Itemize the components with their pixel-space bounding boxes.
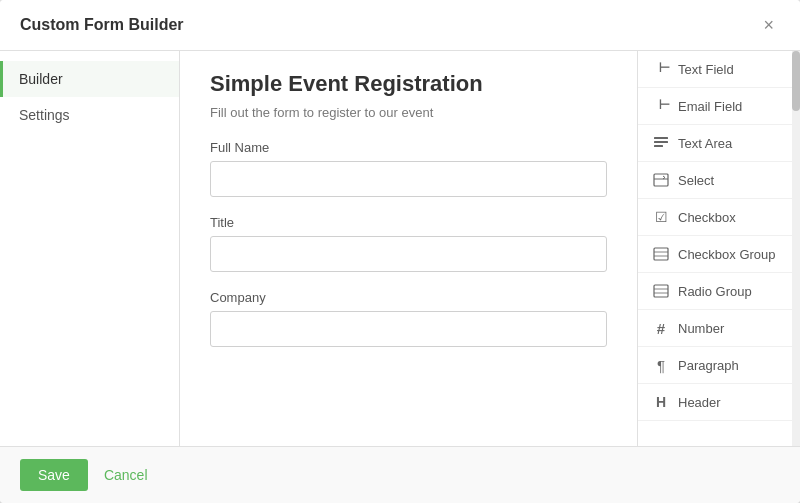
label-title: Title [210,215,607,230]
label-fullname: Full Name [210,140,607,155]
main-content: Simple Event Registration Fill out the f… [180,51,637,446]
widget-text-area[interactable]: Text Area [638,125,792,162]
sidebar: Builder Settings [0,51,180,446]
field-group-title: Title [210,215,607,272]
radio-group-icon [652,282,670,300]
svg-rect-3 [654,174,668,186]
sidebar-item-settings[interactable]: Settings [0,97,179,133]
svg-rect-2 [654,145,663,147]
text-area-icon [652,134,670,152]
widget-radio-group[interactable]: Radio Group [638,273,792,310]
widget-header-label: Header [678,395,721,410]
widget-number[interactable]: # Number [638,310,792,347]
checkbox-group-icon [652,245,670,263]
widget-panel: ⊣ Text Field ⊣ Email Field Text Area [637,51,792,446]
sidebar-item-builder[interactable]: Builder [0,61,179,97]
cancel-button[interactable]: Cancel [100,459,152,491]
widget-radio-group-label: Radio Group [678,284,752,299]
widget-select[interactable]: Select [638,162,792,199]
widget-number-label: Number [678,321,724,336]
input-title[interactable] [210,236,607,272]
widget-text-field-label: Text Field [678,62,734,77]
widget-checkbox-group[interactable]: Checkbox Group [638,236,792,273]
email-field-icon: ⊣ [652,97,670,115]
scrollbar-thumb[interactable] [792,51,800,111]
modal-body: Builder Settings Simple Event Registrati… [0,51,800,446]
modal-footer: Save Cancel [0,446,800,503]
field-group-fullname: Full Name [210,140,607,197]
field-group-company: Company [210,290,607,347]
sidebar-builder-label: Builder [19,71,63,87]
widget-paragraph[interactable]: ¶ Paragraph [638,347,792,384]
close-button[interactable]: × [757,14,780,36]
number-icon: # [652,319,670,337]
form-title: Simple Event Registration [210,71,607,97]
modal: Custom Form Builder × Builder Settings S… [0,0,800,503]
widget-paragraph-label: Paragraph [678,358,739,373]
paragraph-icon: ¶ [652,356,670,374]
modal-title: Custom Form Builder [20,16,184,34]
input-fullname[interactable] [210,161,607,197]
modal-header: Custom Form Builder × [0,0,800,51]
widget-header[interactable]: H Header [638,384,792,421]
checkbox-icon: ☑ [652,208,670,226]
text-field-icon: ⊣ [652,60,670,78]
svg-rect-8 [654,285,668,297]
label-company: Company [210,290,607,305]
widget-text-area-label: Text Area [678,136,732,151]
form-description: Fill out the form to register to our eve… [210,105,607,120]
sidebar-settings-label: Settings [19,107,70,123]
svg-rect-1 [654,141,668,143]
widget-text-field[interactable]: ⊣ Text Field [638,51,792,88]
save-button[interactable]: Save [20,459,88,491]
input-company[interactable] [210,311,607,347]
svg-rect-5 [654,248,668,260]
widget-checkbox-label: Checkbox [678,210,736,225]
widget-email-field[interactable]: ⊣ Email Field [638,88,792,125]
widget-email-field-label: Email Field [678,99,742,114]
select-icon [652,171,670,189]
header-icon: H [652,393,670,411]
widget-checkbox[interactable]: ☑ Checkbox [638,199,792,236]
svg-rect-0 [654,137,668,139]
scrollbar-track [792,51,800,446]
widget-checkbox-group-label: Checkbox Group [678,247,776,262]
widget-select-label: Select [678,173,714,188]
